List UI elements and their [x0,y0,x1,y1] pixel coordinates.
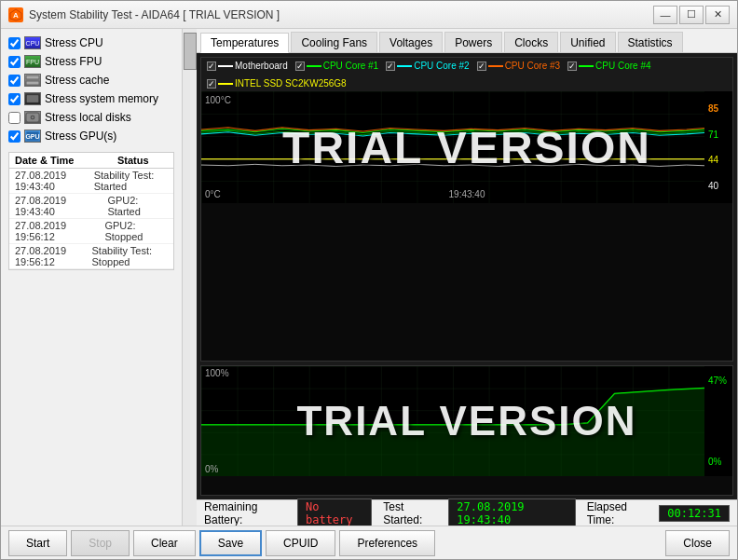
temp-chart-canvas: 85 71 44 40 100°C 0°C 19:43:40 TRIAL VER… [201,91,732,203]
temp-label-40: 40 [708,181,731,191]
info-row-3-datetime: 27.08.2019 19:56:12 [15,245,92,267]
legend-cpu-core3: ✓ CPU Core #3 [477,61,560,71]
sidebar-inner: CPU Stress CPU FPU Stress FPU Stress cac… [1,29,182,526]
stress-disk-label: Stress local disks [45,111,131,124]
stress-gpu-item: GPU Stress GPU(s) [5,128,178,144]
stress-cpu-checkbox[interactable] [8,37,20,49]
info-row-1: 27.08.2019 19:43:40 GPU2: Started [9,194,173,219]
elapsed-value: 00:12:31 [659,505,730,522]
stress-cache-checkbox[interactable] [8,75,20,87]
stress-memory-label: Stress system memory [45,92,158,105]
status-bar: Remaining Battery: No battery Test Start… [197,499,737,526]
sidebar-scrollbar[interactable] [182,29,197,526]
start-button[interactable]: Start [8,530,67,556]
stress-options-list: CPU Stress CPU FPU Stress FPU Stress cac… [5,34,178,144]
disk-icon [24,111,41,124]
battery-value: No battery [297,499,372,526]
test-started-label: Test Started: [383,500,437,526]
legend-cpu-core2-label: CPU Core #2 [414,61,469,71]
battery-label: Remaining Battery: [204,500,286,526]
stress-fpu-item: FPU Stress FPU [5,53,178,70]
info-row-0-status: Stability Test: Started [94,170,168,192]
stress-cpu-item: CPU Stress CPU [5,34,178,51]
cache-icon [24,74,41,87]
legend-intel-ssd-label: INTEL SSD SC2KW256G8 [235,78,347,89]
tab-unified[interactable]: Unified [560,32,615,52]
svg-rect-3 [26,81,39,85]
stress-gpu-label: Stress GPU(s) [45,130,116,143]
legend-cpu-core1: ✓ CPU Core #1 [295,61,378,71]
tab-powers[interactable]: Powers [444,32,502,52]
legend-cpu-core1-label: CPU Core #1 [323,61,378,71]
tab-clocks[interactable]: Clocks [504,32,558,52]
legend-motherboard: ✓ Motherboard [207,61,288,71]
sidebar-scroll-thumb[interactable] [184,33,197,70]
temp-label-71: 71 [708,130,731,140]
main-window: A System Stability Test - AIDA64 [ TRIAL… [0,0,738,560]
info-panel: Date & Time Status 27.08.2019 19:43:40 S… [8,152,174,270]
chart-area: ✓ Motherboard ✓ CPU Core #1 ✓ CPU [197,53,737,499]
window-title: System Stability Test - AIDA64 [ TRIAL V… [29,8,653,21]
tab-cooling-fans[interactable]: Cooling Fans [291,32,377,52]
tab-temperatures[interactable]: Temperatures [200,33,289,53]
svg-rect-2 [26,75,39,79]
stress-gpu-checkbox[interactable] [8,130,20,143]
stress-cache-item: Stress cache [5,72,178,89]
info-row-2-datetime: 27.08.2019 19:56:12 [15,220,104,242]
stress-disk-checkbox[interactable] [8,112,20,124]
legend-intel-ssd: ✓ INTEL SSD SC2KW256G8 [207,78,347,89]
sidebar-panel: CPU Stress CPU FPU Stress FPU Stress cac… [1,29,197,526]
stress-fpu-checkbox[interactable] [8,56,20,68]
stress-memory-checkbox[interactable] [8,93,20,105]
cpu-usage-chart: CPU Usage | CPU Throttling [200,365,733,496]
title-bar: A System Stability Test - AIDA64 [ TRIAL… [1,1,737,29]
maximize-button[interactable]: ☐ [679,6,704,24]
legend-cpu-core4: ✓ CPU Core #4 [567,61,650,71]
info-panel-header: Date & Time Status [9,153,173,169]
info-row-1-datetime: 27.08.2019 19:43:40 [15,195,107,217]
test-started-value: 27.08.2019 19:43:40 [448,499,575,526]
save-button[interactable]: Save [199,530,262,556]
clear-button[interactable]: Clear [133,530,196,556]
temp-chart-legend: ✓ Motherboard ✓ CPU Core #1 ✓ CPU [201,58,732,91]
legend-cpu-core4-label: CPU Core #4 [595,61,650,71]
fpu-icon: FPU [24,55,41,68]
cpuid-button[interactable]: CPUID [266,530,335,556]
temp-chart-right-labels: 85 71 44 40 [706,91,732,203]
info-row-3: 27.08.2019 19:56:12 Stability Test: Stop… [9,244,173,269]
stop-button[interactable]: Stop [71,530,130,556]
app-icon: A [8,7,23,22]
tab-statistics[interactable]: Statistics [618,32,683,52]
temp-label-44: 44 [708,155,731,165]
close-button[interactable]: Close [665,530,730,556]
stress-cpu-label: Stress CPU [45,36,103,49]
preferences-button[interactable]: Preferences [339,530,435,556]
info-row-2-status: GPU2: Stopped [104,220,168,242]
minimize-button[interactable]: — [653,6,677,24]
info-row-0-datetime: 27.08.2019 19:43:40 [15,170,94,192]
legend-cpu-core3-label: CPU Core #3 [505,61,560,71]
close-window-button[interactable]: ✕ [705,6,730,24]
tab-voltages[interactable]: Voltages [379,32,443,52]
cpu-chart-y-top: 100% [205,368,229,378]
tabs-container: Temperatures Cooling Fans Voltages Power… [197,29,737,53]
temp-chart-x-label: 19:43:40 [449,189,485,199]
info-row-3-status: Stability Test: Stopped [92,245,169,267]
temperature-chart: ✓ Motherboard ✓ CPU Core #1 ✓ CPU [200,57,733,362]
temp-chart-y-bottom: 0°C [205,189,221,199]
cpu-chart-label-0: 0% [708,457,731,467]
info-row-1-status: GPU2: Started [107,195,168,217]
svg-text:GPU: GPU [25,133,39,140]
info-row-0: 27.08.2019 19:43:40 Stability Test: Star… [9,169,173,194]
legend-motherboard-label: Motherboard [235,61,288,71]
svg-text:A: A [13,11,19,20]
stress-disk-item: Stress local disks [5,109,178,126]
info-col1-header: Date & Time [15,155,117,166]
stress-memory-item: Stress system memory [5,90,178,107]
gpu-icon: GPU [24,130,41,143]
info-col2-header: Status [117,155,149,166]
main-content: CPU Stress CPU FPU Stress FPU Stress cac… [1,29,737,526]
temp-chart-y-top: 100°C [205,95,231,105]
svg-point-13 [32,116,34,118]
cpu-icon: CPU [24,36,41,49]
